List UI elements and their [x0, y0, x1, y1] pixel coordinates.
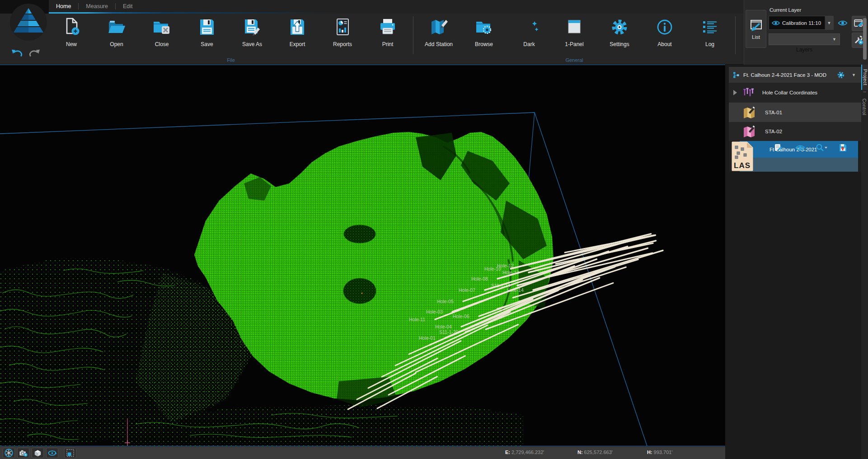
- save-floppy-icon: [196, 16, 218, 38]
- settings-button[interactable]: Settings: [597, 15, 642, 47]
- add-station-button[interactable]: Add Station: [416, 15, 461, 47]
- tree-header-dropdown-arrow[interactable]: ▼: [852, 73, 856, 77]
- dark-mode-button[interactable]: Dark: [507, 15, 552, 47]
- status-toolbar: [3, 448, 76, 458]
- tree-header[interactable]: Ft. Calhoun 2-4-2021 Face 3 - MOD ▼: [729, 67, 861, 83]
- reports-button[interactable]: Reports: [320, 15, 365, 47]
- snapshot-button[interactable]: [17, 448, 29, 458]
- tab-measure[interactable]: Measure: [79, 0, 115, 13]
- selection-mode-button[interactable]: [64, 448, 76, 458]
- side-tab-control[interactable]: Control: [861, 94, 868, 120]
- easting-readout: E:2,729,466.232': [505, 450, 544, 455]
- save-label: Save: [201, 41, 213, 47]
- layer-visibility-button[interactable]: [836, 18, 849, 28]
- open-folder-icon: [106, 16, 127, 38]
- export-las-icon[interactable]: [838, 143, 847, 152]
- moon-icon: [518, 16, 540, 38]
- edge-tab-strip: Project Control: [861, 65, 868, 459]
- orbit-button[interactable]: [46, 448, 58, 458]
- northing-label: N:: [577, 450, 583, 455]
- viewport-3d[interactable]: Hole-12Hole-10Hole-13Hole-08S11-1-14Hole…: [0, 65, 725, 446]
- gear-icon: [609, 16, 630, 38]
- tree-item-sta-02[interactable]: STA-02: [729, 122, 861, 141]
- eye-icon: [838, 20, 848, 26]
- height-label: H:: [647, 450, 652, 455]
- height-readout: H:993.701': [647, 450, 672, 455]
- visibility-eye-icon[interactable]: [795, 145, 805, 151]
- tab-home[interactable]: Home: [49, 0, 78, 13]
- save-as-button[interactable]: Save As: [230, 15, 275, 47]
- open-button[interactable]: Open: [94, 15, 139, 47]
- group-label-file: File: [211, 57, 250, 63]
- hole-label: Hole-01: [419, 335, 436, 341]
- terrain-hole-upper: [344, 225, 375, 243]
- app-logo[interactable]: [9, 3, 48, 42]
- hole-label: Hole-10: [484, 266, 501, 272]
- current-layer-dropdown[interactable]: Calibration 11:10 ▼: [769, 16, 834, 30]
- save-as-floppy-pencil-icon: [241, 16, 263, 38]
- log-label: Log: [705, 41, 714, 47]
- new-button[interactable]: New: [49, 15, 94, 47]
- open-label: Open: [110, 41, 123, 47]
- log-button[interactable]: Log: [687, 15, 732, 47]
- active-tab-underline: [49, 12, 338, 14]
- redo-button[interactable]: [28, 49, 42, 59]
- tree-item-label: Hole Collar Coordinates: [762, 90, 817, 95]
- point-cloud-scene: Hole-12Hole-10Hole-13Hole-08S11-1-14Hole…: [0, 65, 725, 446]
- 3d-view-button[interactable]: [32, 448, 44, 458]
- tree-item-sta-01[interactable]: STA-01: [729, 103, 861, 122]
- las-file-action-strip: [740, 158, 858, 172]
- about-button[interactable]: About: [642, 15, 687, 47]
- close-label: Close: [155, 41, 169, 47]
- one-panel-label: 1-Panel: [565, 41, 583, 47]
- undo-button[interactable]: [10, 49, 23, 59]
- current-layer-dropdown-arrow[interactable]: ▼: [825, 16, 833, 29]
- hole-label: Hole-05: [437, 299, 454, 304]
- compass-star-icon: [4, 448, 14, 458]
- add-station-label: Add Station: [425, 41, 453, 47]
- project-tree: Ft. Calhoun 2-4-2021 Face 3 - MOD ▼ Hole…: [729, 65, 861, 172]
- group-label-general: General: [554, 57, 595, 63]
- side-tab-project[interactable]: Project: [861, 65, 868, 90]
- close-button[interactable]: Close: [139, 15, 184, 47]
- one-panel-button[interactable]: 1-Panel: [552, 15, 597, 47]
- edit-notes-icon[interactable]: [774, 143, 783, 152]
- reports-document-icon: [332, 16, 353, 38]
- station-map-icon-pink: [742, 125, 756, 138]
- reports-label: Reports: [333, 41, 352, 47]
- tree-item-label: STA-02: [765, 129, 782, 134]
- dark-label: Dark: [523, 41, 535, 47]
- tree-item-hole-collar[interactable]: Hole Collar Coordinates: [729, 83, 861, 103]
- side-tab-divider: [863, 92, 866, 92]
- camera-gear-icon: [19, 448, 28, 458]
- zoom-to-icon[interactable]: [816, 143, 828, 152]
- layer-panel: List Current Layer Calibration 11:10 ▼ ▼…: [744, 0, 868, 65]
- save-button[interactable]: Save: [184, 15, 230, 47]
- print-label: Print: [382, 41, 394, 47]
- panel-scrollbar[interactable]: [863, 18, 867, 60]
- print-button[interactable]: Print: [365, 15, 410, 47]
- browse-button[interactable]: Browse: [461, 15, 507, 47]
- ribbon-end-separator: [735, 16, 736, 54]
- terrain-hole-lower: [343, 278, 376, 304]
- list-button[interactable]: List: [746, 10, 766, 48]
- new-file-icon: [61, 16, 82, 38]
- hole-label: Hole-08: [471, 276, 488, 281]
- export-button[interactable]: Export: [275, 15, 320, 47]
- ribbon-toolbar: New Open Close Save Save As Export Repor…: [49, 15, 738, 54]
- tab-strip-background: [49, 0, 744, 14]
- tree-item-las-file[interactable]: Ft Calhoun 2-3-2021 LAS: [729, 141, 861, 172]
- tree-item-label: STA-01: [765, 110, 782, 115]
- hole-label: Hole-04: [435, 324, 452, 329]
- log-list-icon: [699, 16, 721, 38]
- zoom-extents-button[interactable]: [3, 448, 15, 458]
- expand-arrow-icon[interactable]: [733, 90, 737, 95]
- station-map-icon-yellow: [742, 106, 756, 119]
- northing-readout: N:625,572.663': [577, 450, 613, 455]
- tree-header-title: Ft. Calhoun 2-4-2021 Face 3 - MOD: [743, 72, 826, 78]
- layers-dropdown[interactable]: ▼: [769, 33, 840, 45]
- tree-settings-gear-icon[interactable]: [837, 71, 845, 79]
- project-sidebar: Ft. Calhoun 2-4-2021 Face 3 - MOD ▼ Hole…: [725, 65, 861, 459]
- status-bar: E:2,729,466.232' N:625,572.663' H:993.70…: [0, 447, 725, 459]
- tab-edit[interactable]: Edit: [116, 0, 140, 13]
